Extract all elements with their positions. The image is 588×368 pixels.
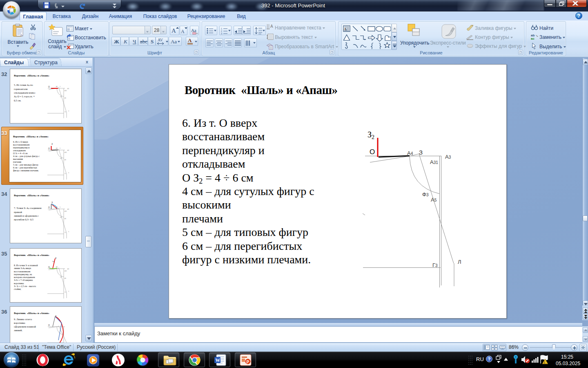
svg-text:А31: А31 [65, 270, 67, 272]
svg-text:А31: А31 [430, 159, 438, 165]
svg-text:З: З [51, 201, 53, 204]
svg-text:А4: А4 [56, 86, 58, 88]
svg-text:Ф3: Ф3 [60, 158, 62, 159]
svg-text:З2: З2 [368, 130, 374, 140]
svg-text:А4: А4 [56, 266, 58, 268]
svg-text:Л: Л [458, 259, 461, 265]
svg-text:А: А [270, 24, 273, 29]
svg-text:Ф3: Ф3 [60, 217, 62, 218]
svg-text:Л: Л [68, 231, 69, 233]
svg-text:P: P [247, 360, 249, 364]
svg-text:Ф3: Ф3 [60, 96, 62, 98]
svg-text:Л: Л [68, 110, 69, 112]
svg-text:А5: А5 [65, 159, 66, 161]
svg-text:А3: А3 [67, 88, 69, 90]
svg-text:Г3: Г3 [432, 262, 438, 268]
svg-text:З: З [60, 206, 60, 208]
svg-text:З: З [55, 257, 56, 259]
svg-text:З: З [60, 148, 60, 149]
svg-text:3: 3 [221, 32, 222, 34]
svg-text:О: О [48, 147, 50, 150]
svg-text:З: З [55, 315, 56, 317]
svg-text:А4: А4 [56, 148, 58, 149]
svg-text:Г3: Г3 [65, 173, 66, 175]
svg-text:Г3: Г3 [65, 232, 66, 233]
svg-text:Ф3: Ф3 [60, 276, 62, 278]
svg-text:Л: Л [68, 291, 69, 292]
svg-text:З: З [51, 143, 53, 145]
svg-text:А5: А5 [65, 97, 66, 99]
svg-text:А31: А31 [65, 211, 67, 212]
svg-text:О: О [48, 206, 50, 209]
svg-text:Г3: Г3 [65, 111, 66, 113]
svg-text:Ф3: Ф3 [422, 191, 429, 197]
svg-text:!: ! [544, 361, 545, 364]
svg-text:О: О [48, 324, 50, 326]
svg-text:А31: А31 [65, 152, 67, 153]
svg-text:О: О [48, 85, 50, 88]
svg-text:W: W [215, 357, 220, 363]
svg-text:А3: А3 [67, 150, 69, 151]
svg-text:А31: А31 [65, 90, 67, 92]
svg-text:А5: А5 [65, 218, 66, 220]
svg-text:З: З [60, 86, 60, 88]
svg-text:О: О [370, 148, 375, 156]
svg-text:А3: А3 [67, 268, 69, 270]
svg-text:Г3: Г3 [65, 292, 66, 293]
svg-text:А4: А4 [407, 150, 413, 156]
svg-text:ac: ac [531, 37, 535, 40]
svg-text:А3: А3 [445, 154, 451, 160]
svg-text:А: А [344, 27, 347, 31]
svg-text:З1: З1 [52, 260, 54, 263]
svg-text:З: З [419, 149, 423, 156]
svg-text:А5: А5 [431, 197, 437, 203]
svg-text:А4: А4 [56, 206, 58, 208]
svg-text:Л: Л [68, 172, 69, 174]
svg-text:А5: А5 [65, 278, 66, 279]
svg-text:О: О [48, 266, 50, 268]
svg-text:А3: А3 [67, 209, 69, 210]
